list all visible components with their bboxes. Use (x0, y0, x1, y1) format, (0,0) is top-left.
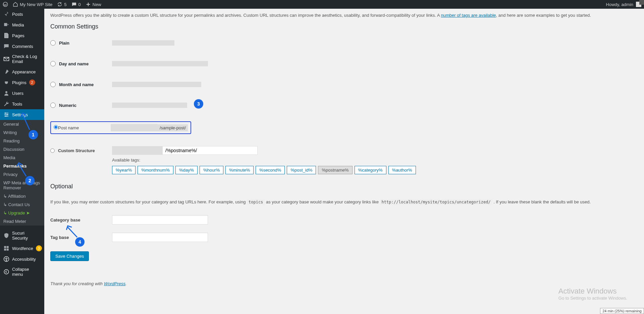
sidebar-item-sucuri[interactable]: Sucuri Security (0, 228, 44, 243)
sidebar-item-label: Collapse menu (12, 267, 41, 277)
save-button[interactable]: Save Changes (50, 251, 89, 261)
sidebar-sub-contact[interactable]: ↳ Contact Us (0, 200, 44, 209)
account-menu[interactable]: Howdy, admin (606, 2, 641, 7)
radio-numeric[interactable] (50, 103, 56, 108)
radio-postname[interactable] (54, 125, 58, 129)
sidebar-item-appearance[interactable]: Appearance (0, 66, 44, 77)
redacted-url (112, 103, 187, 108)
sidebar-item-accessibility[interactable]: Accessibility (0, 254, 44, 264)
wrench-icon (3, 101, 9, 107)
scroll-indicator (639, 0, 644, 5)
sidebar-item-plugins[interactable]: Plugins2 (0, 77, 44, 88)
sidebar-item-label: Media (12, 22, 24, 27)
tag-base-input[interactable] (112, 233, 208, 242)
sidebar-sub-affiliation[interactable]: ↳ Affiliation (0, 192, 44, 200)
redacted-url (112, 40, 174, 46)
sidebar-sub-wpmeta[interactable]: WP Meta and Tags Remover (0, 179, 44, 192)
tag-button[interactable]: %year% (112, 166, 136, 174)
sidebar-sub-readmeter[interactable]: Read Meter (0, 217, 44, 226)
sidebar-item-wordfence[interactable]: Wordfence3 (0, 243, 44, 254)
radio-month[interactable] (50, 82, 56, 87)
tag-button[interactable]: %hour% (200, 166, 223, 174)
tag-button[interactable]: %second% (256, 166, 285, 174)
sidebar-item-posts[interactable]: Posts (0, 9, 44, 19)
sidebar-item-check-log[interactable]: Check & Log Email (0, 52, 44, 66)
sidebar-item-label: Posts (12, 12, 23, 17)
redacted-url (112, 82, 201, 87)
sidebar-item-label: Check & Log Email (12, 54, 41, 64)
radio-custom[interactable] (50, 148, 55, 153)
sample-tail: /sample-post/ (158, 124, 188, 131)
sidebar-item-users[interactable]: Users (0, 88, 44, 99)
mail-icon (3, 56, 9, 62)
site-name: My New WP Site (20, 2, 52, 7)
site-link[interactable]: My New WP Site (13, 2, 52, 7)
sliders-icon (3, 112, 9, 118)
tag-button[interactable]: %minute% (225, 166, 254, 174)
radio-day[interactable] (50, 61, 56, 66)
comment-icon (3, 43, 9, 49)
user-icon (3, 90, 9, 96)
radio-plain[interactable] (50, 40, 56, 46)
collapse-icon (3, 269, 9, 275)
arrow-1-icon (20, 112, 34, 131)
admin-sidebar: PostsMediaPagesCommentsCheck & Log Email… (0, 9, 44, 314)
comments-count: 0 (78, 2, 81, 7)
activate-windows-watermark: Activate Windows Go to Settings to activ… (558, 287, 627, 301)
wordpress-link[interactable]: WordPress (104, 281, 125, 286)
tags-row: %year%%monthnum%%day%%hour%%minute%%seco… (112, 166, 638, 181)
sidebar-item-collapse[interactable]: Collapse menu (0, 264, 44, 279)
sidebar-item-comments[interactable]: Comments (0, 41, 44, 52)
badge: 2 (29, 79, 35, 85)
annotation-3: 3 (194, 99, 203, 109)
available-tags-label: Available tags: (112, 158, 638, 166)
sidebar-item-label: Accessibility (12, 257, 36, 262)
tag-button[interactable]: %day% (175, 166, 198, 174)
annotation-1: 1 (29, 130, 38, 139)
optional-heading: Optional (50, 183, 638, 190)
optional-desc: If you like, you may enter custom struct… (50, 197, 638, 211)
admin-topbar: My New WP Site 5 0 New Howdy, admin (0, 0, 644, 9)
redacted-url (111, 124, 158, 131)
new-label: New (93, 2, 101, 7)
content-area: WordPress offers you the ability to crea… (44, 9, 644, 314)
category-base-label: Category base (50, 217, 107, 223)
updates-link[interactable]: 5 (57, 2, 66, 7)
tags-link[interactable]: number of tags are available (441, 13, 496, 18)
wp-logo[interactable] (3, 2, 8, 7)
custom-structure-input[interactable] (162, 146, 258, 155)
option-plain[interactable]: Plain (50, 40, 107, 46)
option-month[interactable]: Month and name (50, 82, 107, 87)
sidebar-item-label: Plugins (12, 80, 26, 85)
sidebar-item-label: Sucuri Security (12, 231, 41, 241)
tag-button[interactable]: %category% (355, 166, 386, 174)
tag-button[interactable]: %author% (388, 166, 416, 174)
new-link[interactable]: New (86, 2, 101, 7)
sidebar-sub-upgrade[interactable]: ↳ Upgrade ➤ (0, 209, 44, 217)
option-postname[interactable]: Post name (54, 125, 105, 130)
tag-button[interactable]: %post_id% (287, 166, 316, 174)
option-custom[interactable]: Custom Structure (50, 146, 107, 153)
sidebar-item-media[interactable]: Media (0, 19, 44, 30)
sidebar-item-label: Users (12, 91, 23, 96)
redacted-url (112, 61, 208, 66)
sidebar-sub-media[interactable]: Media (0, 153, 44, 162)
page-icon (3, 33, 9, 39)
tag-button[interactable]: %monthnum% (138, 166, 173, 174)
sidebar-item-tools[interactable]: Tools (0, 99, 44, 109)
sidebar-sub-reading[interactable]: Reading (0, 137, 44, 145)
sidebar-item-label: Pages (12, 33, 24, 38)
category-base-input[interactable] (112, 215, 208, 225)
plug-icon (3, 79, 9, 85)
brush-icon (3, 69, 9, 75)
updates-count: 5 (64, 2, 66, 7)
sidebar-sub-discussion[interactable]: Discussion (0, 145, 44, 153)
sidebar-item-label: Appearance (12, 69, 36, 74)
pin-icon (3, 11, 9, 17)
option-numeric[interactable]: Numeric (50, 103, 107, 108)
sidebar-item-pages[interactable]: Pages (0, 30, 44, 41)
tag-button[interactable]: %postname% (318, 166, 352, 174)
access-icon (3, 256, 9, 262)
comments-link[interactable]: 0 (71, 2, 81, 7)
option-day[interactable]: Day and name (50, 61, 107, 66)
